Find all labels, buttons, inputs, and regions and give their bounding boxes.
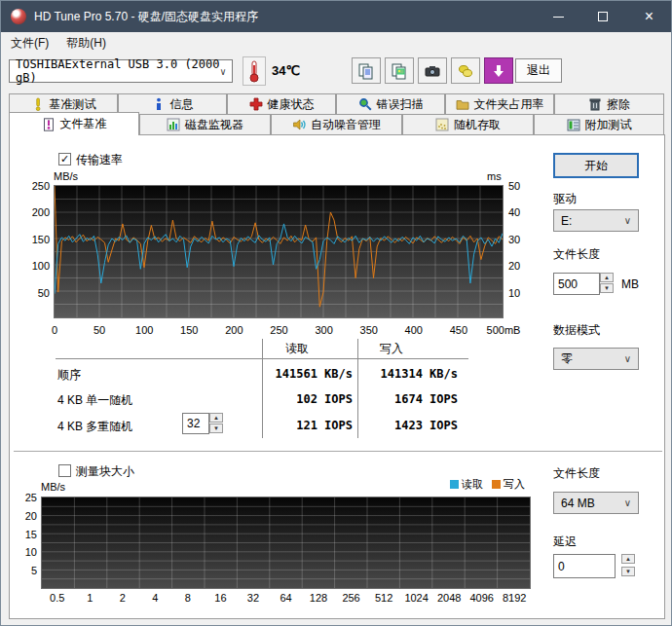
tab-disk-monitor[interactable]: 磁盘监视器	[139, 114, 271, 134]
axis-tick: 250	[270, 324, 287, 336]
spin-up-button[interactable]: ▲	[600, 273, 614, 282]
transfer-rate-chart	[54, 185, 504, 318]
file-length-spinner: ▲ ▼	[600, 273, 614, 293]
tab-benchmark[interactable]: 基准测试	[9, 93, 118, 114]
file-length2-dropdown[interactable]: 64 MB ∨	[553, 492, 639, 514]
write-column-header: 写入	[380, 341, 403, 357]
spin-up-button[interactable]: ▲	[209, 413, 223, 423]
delay-spinner: ▲ ▼	[621, 554, 635, 576]
spin-down-button[interactable]: ▼	[209, 423, 223, 433]
trash-icon	[588, 97, 602, 111]
copy-image-button[interactable]	[385, 57, 414, 84]
screenshot-button[interactable]	[418, 57, 447, 84]
minimize-button[interactable]	[536, 1, 580, 32]
save-results-button[interactable]	[484, 57, 513, 84]
spin-down-button[interactable]: ▼	[621, 567, 635, 576]
axis-tick: 32	[247, 592, 259, 604]
drive-dropdown[interactable]: E: ∨	[553, 209, 639, 232]
axis-tick: 100	[135, 324, 153, 336]
start-button[interactable]: 开始	[553, 153, 639, 178]
axis-tick: 200	[32, 206, 50, 218]
4kb-multi-read-value: 121 IOPS	[296, 419, 353, 432]
axis-tick: 200	[225, 324, 243, 336]
delay-value: 0	[558, 560, 565, 573]
tab-label: 健康状态	[268, 96, 315, 113]
tab-extra-tests[interactable]: 附加测试	[534, 114, 664, 134]
queue-depth-input[interactable]: 32	[182, 413, 209, 434]
health-cross-icon	[249, 97, 263, 111]
tab-erase[interactable]: 擦除	[554, 93, 664, 114]
hands-icon	[457, 62, 474, 80]
exit-button[interactable]: 退出	[515, 58, 562, 83]
calculator-icon	[567, 118, 580, 131]
data-mode-dropdown[interactable]: 零 ∨	[553, 348, 639, 370]
donate-button[interactable]	[451, 57, 480, 84]
top-chart-yunit-left: MB/s	[54, 170, 78, 182]
temperature-button[interactable]	[243, 56, 266, 86]
window-title: HD Tune Pro 5.70 - 硬盘/固态硬盘实用程序	[34, 9, 258, 25]
axis-tick: 10	[508, 287, 520, 299]
axis-tick: 40	[508, 206, 520, 218]
block-chart-yunit: MB/s	[41, 481, 65, 493]
spin-down-button[interactable]: ▼	[600, 283, 614, 293]
tab-folder-usage[interactable]: 文件夹占用率	[445, 93, 554, 114]
axis-tick: 2048	[437, 592, 461, 604]
sequential-read-value: 141561 KB/s	[276, 367, 353, 381]
tab-label: 信息	[170, 96, 194, 113]
tab-info[interactable]: 信息	[118, 93, 227, 114]
read-legend-swatch	[450, 480, 459, 489]
axis-tick: 4	[152, 592, 158, 604]
tab-label: 随机存取	[454, 117, 501, 133]
axis-tick: 400	[405, 324, 423, 336]
maximize-icon	[598, 12, 608, 21]
thermometer-icon	[247, 59, 261, 83]
close-button[interactable]: ×	[625, 1, 672, 32]
tab-label: 磁盘监视器	[185, 117, 243, 133]
download-arrow-icon	[491, 63, 506, 79]
menu-file[interactable]: 文件(F)	[3, 33, 56, 54]
tab-error-scan[interactable]: 错误扫描	[336, 93, 445, 114]
copy-image-icon	[391, 62, 408, 80]
block-size-chart	[41, 497, 531, 589]
4kb-multi-write-value: 1423 IOPS	[394, 419, 458, 432]
axis-tick: 500mB	[487, 324, 521, 336]
chevron-down-icon: ∨	[624, 497, 631, 508]
tab-label: 错误扫描	[377, 96, 424, 113]
drive-selector-dropdown[interactable]: TOSHIBAExternal USB 3.0 (2000 gB) ∨	[9, 59, 233, 83]
block-chart-legend: 读取 写入	[450, 477, 525, 492]
delay-label: 延迟	[553, 534, 577, 550]
spin-up-button[interactable]: ▲	[621, 554, 635, 564]
axis-tick: 0.5	[50, 592, 64, 604]
row-4kb-multi-label: 4 KB 多重随机	[57, 419, 132, 435]
axis-tick: 128	[310, 592, 327, 604]
drive-selector-value: TOSHIBAExternal USB 3.0 (2000 gB)	[16, 57, 220, 85]
speaker-icon	[292, 118, 306, 131]
axis-tick: 8	[185, 592, 191, 604]
copy-text-button[interactable]	[352, 57, 381, 84]
tab-file-benchmark[interactable]: 文件基准	[9, 112, 139, 135]
delay-input[interactable]: 0	[553, 554, 616, 578]
exclamation-icon	[31, 97, 45, 111]
tab-health[interactable]: 健康状态	[227, 93, 336, 114]
read-legend-label: 读取	[462, 477, 483, 492]
axis-tick: 20	[508, 260, 520, 272]
file-length2-label: 文件长度	[553, 465, 600, 482]
file-benchmark-icon	[42, 118, 56, 131]
maximize-button[interactable]	[580, 1, 625, 32]
file-length-input[interactable]: 500	[553, 273, 600, 295]
chevron-down-icon: ∨	[624, 353, 631, 364]
row-sequential-label: 顺序	[57, 367, 81, 384]
copy-text-icon	[357, 62, 375, 80]
axis-tick: 10	[25, 546, 37, 558]
queue-depth-value: 32	[187, 417, 200, 430]
title-bar: HD Tune Pro 5.70 - 硬盘/固态硬盘实用程序 ×	[1, 1, 671, 32]
menu-help[interactable]: 帮助(H)	[58, 33, 114, 54]
tab-random-access[interactable]: 随机存取	[402, 114, 534, 134]
tab-aam[interactable]: 自动噪音管理	[271, 114, 402, 134]
axis-tick: 350	[360, 324, 378, 336]
tab-strip: 基准测试 信息 健康状态 错误扫描 文件夹占用率 擦除 文件基准 磁盘监视器	[1, 91, 671, 135]
axis-tick: 1	[87, 592, 93, 604]
block-size-checkbox[interactable]	[58, 464, 71, 477]
tab-label: 擦除	[607, 96, 630, 113]
transfer-rate-checkbox[interactable]: ✓	[58, 153, 71, 166]
